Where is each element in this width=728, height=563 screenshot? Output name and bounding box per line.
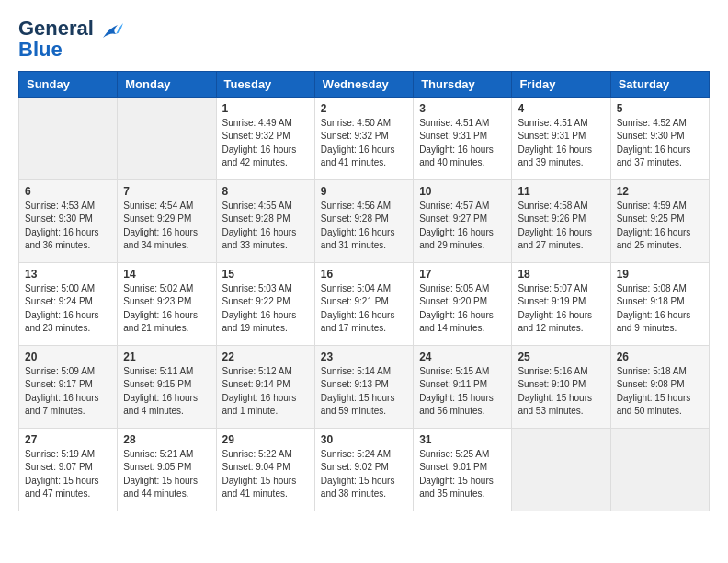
- day-number: 21: [123, 350, 210, 363]
- day-number: 9: [321, 185, 407, 198]
- day-info: Sunrise: 4:54 AM Sunset: 9:29 PM Dayligh…: [123, 200, 210, 253]
- day-number: 14: [123, 268, 210, 281]
- calendar-cell: 16Sunrise: 5:04 AM Sunset: 9:21 PM Dayli…: [314, 262, 413, 345]
- day-info: Sunrise: 5:07 AM Sunset: 9:19 PM Dayligh…: [518, 282, 604, 336]
- calendar-cell: 21Sunrise: 5:11 AM Sunset: 9:15 PM Dayli…: [118, 345, 216, 428]
- day-number: 28: [123, 433, 210, 446]
- calendar-week-5: 27Sunrise: 5:19 AM Sunset: 9:07 PM Dayli…: [19, 428, 710, 511]
- calendar-cell: 10Sunrise: 4:57 AM Sunset: 9:27 PM Dayli…: [414, 179, 512, 262]
- logo: General Blue: [18, 18, 125, 62]
- calendar-cell: 14Sunrise: 5:02 AM Sunset: 9:23 PM Dayli…: [118, 262, 216, 345]
- calendar-cell: 4Sunrise: 4:51 AM Sunset: 9:31 PM Daylig…: [512, 97, 610, 179]
- day-info: Sunrise: 5:03 AM Sunset: 9:22 PM Dayligh…: [222, 282, 309, 336]
- day-info: Sunrise: 4:56 AM Sunset: 9:28 PM Dayligh…: [321, 200, 407, 253]
- day-info: Sunrise: 5:00 AM Sunset: 9:24 PM Dayligh…: [25, 282, 111, 336]
- calendar-week-2: 6Sunrise: 4:53 AM Sunset: 9:30 PM Daylig…: [19, 179, 710, 262]
- day-number: 22: [222, 350, 309, 363]
- day-info: Sunrise: 4:51 AM Sunset: 9:31 PM Dayligh…: [419, 117, 506, 170]
- day-number: 1: [222, 102, 309, 115]
- logo-bird-icon: [99, 21, 125, 41]
- day-info: Sunrise: 5:09 AM Sunset: 9:17 PM Dayligh…: [25, 365, 111, 419]
- day-number: 19: [617, 268, 703, 281]
- calendar-cell: 7Sunrise: 4:54 AM Sunset: 9:29 PM Daylig…: [118, 179, 216, 262]
- day-number: 6: [25, 185, 111, 198]
- day-number: 31: [419, 433, 506, 446]
- day-info: Sunrise: 5:21 AM Sunset: 9:05 PM Dayligh…: [123, 448, 210, 501]
- day-number: 7: [123, 185, 210, 198]
- day-number: 24: [419, 350, 506, 363]
- day-number: 23: [321, 350, 407, 363]
- day-number: 16: [321, 268, 407, 281]
- day-info: Sunrise: 4:51 AM Sunset: 9:31 PM Dayligh…: [518, 117, 604, 170]
- day-number: 11: [518, 185, 604, 198]
- header-monday: Monday: [118, 71, 216, 97]
- calendar-cell: 19Sunrise: 5:08 AM Sunset: 9:18 PM Dayli…: [610, 262, 709, 345]
- day-info: Sunrise: 5:11 AM Sunset: 9:15 PM Dayligh…: [123, 365, 210, 419]
- day-info: Sunrise: 5:15 AM Sunset: 9:11 PM Dayligh…: [419, 365, 506, 419]
- calendar-cell: 24Sunrise: 5:15 AM Sunset: 9:11 PM Dayli…: [414, 345, 512, 428]
- day-number: 8: [222, 185, 309, 198]
- header-sunday: Sunday: [19, 71, 118, 97]
- day-number: 17: [419, 268, 506, 281]
- header-tuesday: Tuesday: [216, 71, 314, 97]
- calendar-header-row: SundayMondayTuesdayWednesdayThursdayFrid…: [19, 71, 710, 97]
- day-info: Sunrise: 4:57 AM Sunset: 9:27 PM Dayligh…: [419, 200, 506, 253]
- day-info: Sunrise: 5:24 AM Sunset: 9:02 PM Dayligh…: [321, 448, 407, 501]
- day-number: 5: [617, 102, 703, 115]
- day-number: 2: [321, 102, 407, 115]
- day-number: 25: [518, 350, 604, 363]
- calendar-cell: 29Sunrise: 5:22 AM Sunset: 9:04 PM Dayli…: [216, 428, 314, 511]
- calendar-cell: 5Sunrise: 4:52 AM Sunset: 9:30 PM Daylig…: [610, 97, 709, 179]
- calendar-cell: 20Sunrise: 5:09 AM Sunset: 9:17 PM Dayli…: [19, 345, 118, 428]
- calendar-table: SundayMondayTuesdayWednesdayThursdayFrid…: [18, 71, 710, 511]
- calendar-cell: 23Sunrise: 5:14 AM Sunset: 9:13 PM Dayli…: [314, 345, 413, 428]
- day-info: Sunrise: 5:05 AM Sunset: 9:20 PM Dayligh…: [419, 282, 506, 336]
- day-number: 10: [419, 185, 506, 198]
- calendar-week-3: 13Sunrise: 5:00 AM Sunset: 9:24 PM Dayli…: [19, 262, 710, 345]
- calendar-cell: 3Sunrise: 4:51 AM Sunset: 9:31 PM Daylig…: [414, 97, 512, 179]
- day-info: Sunrise: 5:12 AM Sunset: 9:14 PM Dayligh…: [222, 365, 309, 419]
- day-info: Sunrise: 5:25 AM Sunset: 9:01 PM Dayligh…: [419, 448, 506, 501]
- header-friday: Friday: [512, 71, 610, 97]
- calendar-cell: 11Sunrise: 4:58 AM Sunset: 9:26 PM Dayli…: [512, 179, 610, 262]
- day-number: 26: [617, 350, 703, 363]
- header-wednesday: Wednesday: [314, 71, 413, 97]
- calendar-week-1: 1Sunrise: 4:49 AM Sunset: 9:32 PM Daylig…: [19, 97, 710, 179]
- calendar-cell: 8Sunrise: 4:55 AM Sunset: 9:28 PM Daylig…: [216, 179, 314, 262]
- day-info: Sunrise: 5:16 AM Sunset: 9:10 PM Dayligh…: [518, 365, 604, 419]
- day-info: Sunrise: 5:02 AM Sunset: 9:23 PM Dayligh…: [123, 282, 210, 336]
- calendar-cell: [118, 97, 216, 179]
- calendar-cell: 1Sunrise: 4:49 AM Sunset: 9:32 PM Daylig…: [216, 97, 314, 179]
- calendar-cell: 2Sunrise: 4:50 AM Sunset: 9:32 PM Daylig…: [314, 97, 413, 179]
- calendar-cell: 25Sunrise: 5:16 AM Sunset: 9:10 PM Dayli…: [512, 345, 610, 428]
- day-info: Sunrise: 4:55 AM Sunset: 9:28 PM Dayligh…: [222, 200, 309, 253]
- calendar-cell: 30Sunrise: 5:24 AM Sunset: 9:02 PM Dayli…: [314, 428, 413, 511]
- calendar-cell: 17Sunrise: 5:05 AM Sunset: 9:20 PM Dayli…: [414, 262, 512, 345]
- day-info: Sunrise: 5:22 AM Sunset: 9:04 PM Dayligh…: [222, 448, 309, 501]
- calendar-cell: 31Sunrise: 5:25 AM Sunset: 9:01 PM Dayli…: [414, 428, 512, 511]
- calendar-cell: 12Sunrise: 4:59 AM Sunset: 9:25 PM Dayli…: [610, 179, 709, 262]
- day-info: Sunrise: 4:49 AM Sunset: 9:32 PM Dayligh…: [222, 117, 309, 170]
- calendar-cell: 26Sunrise: 5:18 AM Sunset: 9:08 PM Dayli…: [610, 345, 709, 428]
- header-saturday: Saturday: [610, 71, 709, 97]
- day-info: Sunrise: 5:08 AM Sunset: 9:18 PM Dayligh…: [617, 282, 703, 336]
- calendar-cell: 6Sunrise: 4:53 AM Sunset: 9:30 PM Daylig…: [19, 179, 118, 262]
- day-info: Sunrise: 5:18 AM Sunset: 9:08 PM Dayligh…: [617, 365, 703, 419]
- day-number: 20: [25, 350, 111, 363]
- day-number: 15: [222, 268, 309, 281]
- day-number: 12: [617, 185, 703, 198]
- calendar-cell: 22Sunrise: 5:12 AM Sunset: 9:14 PM Dayli…: [216, 345, 314, 428]
- calendar-cell: [610, 428, 709, 511]
- day-number: 13: [25, 268, 111, 281]
- day-info: Sunrise: 4:52 AM Sunset: 9:30 PM Dayligh…: [617, 117, 703, 170]
- header-thursday: Thursday: [414, 71, 512, 97]
- calendar-cell: 13Sunrise: 5:00 AM Sunset: 9:24 PM Dayli…: [19, 262, 118, 345]
- day-info: Sunrise: 4:53 AM Sunset: 9:30 PM Dayligh…: [25, 200, 111, 253]
- day-info: Sunrise: 4:58 AM Sunset: 9:26 PM Dayligh…: [518, 200, 604, 253]
- day-info: Sunrise: 4:50 AM Sunset: 9:32 PM Dayligh…: [321, 117, 407, 170]
- calendar-cell: 15Sunrise: 5:03 AM Sunset: 9:22 PM Dayli…: [216, 262, 314, 345]
- day-number: 29: [222, 433, 309, 446]
- day-info: Sunrise: 5:04 AM Sunset: 9:21 PM Dayligh…: [321, 282, 407, 336]
- day-number: 3: [419, 102, 506, 115]
- calendar-cell: 18Sunrise: 5:07 AM Sunset: 9:19 PM Dayli…: [512, 262, 610, 345]
